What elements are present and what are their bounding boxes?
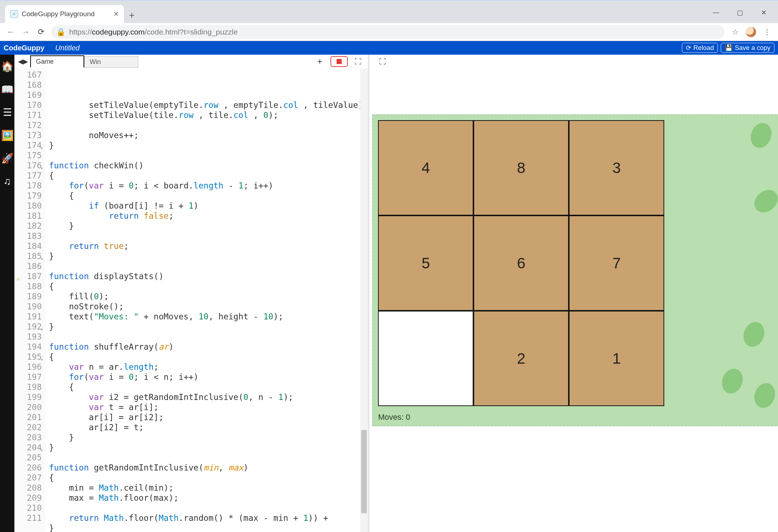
code-editor[interactable]: 167168169170171172173174▾175176▾17717817…	[14, 68, 368, 532]
stop-button[interactable]	[330, 56, 348, 67]
bookmark-star-icon[interactable]: ☆	[730, 28, 741, 36]
editor-tabs-row: ◀ ▶ GameWin + ⛶	[14, 55, 368, 68]
puzzle-board: 48356721	[378, 120, 664, 406]
window-controls: — ▢ ✕	[710, 9, 778, 23]
preview-pane: ⛶ 48356721 Moves: 0	[369, 55, 778, 532]
reload-icon: ⟳	[686, 44, 691, 52]
browser-tab-strip: G CodeGuppy Playground ✕ + — ▢ ✕	[0, 0, 778, 23]
tab-nav-arrows: ◀ ▶	[16, 55, 30, 68]
tab-title: CodeGuppy Playground	[22, 10, 95, 18]
puzzle-tile-1[interactable]: 1	[569, 311, 664, 406]
preview-body: 48356721 Moves: 0	[369, 68, 778, 532]
home-icon[interactable]: 🏠	[0, 59, 14, 73]
editor-tab-game[interactable]: Game	[30, 55, 84, 68]
sidebar: 🏠 📖 ☰ 🖼️ 🚀 ♫	[0, 55, 14, 532]
workspace: ◀ ▶ GameWin + ⛶ 167168169170171172173174…	[14, 55, 778, 532]
preview-fullscreen-icon[interactable]: ⛶	[378, 57, 387, 66]
browser-menu-icon[interactable]: ⋮	[761, 28, 772, 36]
stop-icon	[337, 59, 342, 64]
puzzle-tile-6[interactable]: 6	[473, 215, 569, 311]
save-icon: 💾	[725, 44, 733, 52]
favicon-icon: G	[10, 10, 18, 18]
brand-label: CodeGuppy	[4, 44, 44, 52]
book-icon[interactable]: 📖	[0, 82, 14, 96]
url-path: /code.html?t=sliding_puzzle	[145, 28, 238, 36]
menu-icon[interactable]: ☰	[0, 105, 14, 119]
image-icon[interactable]: 🖼️	[0, 128, 14, 142]
main-area: 🏠 📖 ☰ 🖼️ 🚀 ♫ ◀ ▶ GameWin + ⛶ 1671681	[0, 55, 778, 532]
puzzle-tile-4[interactable]: 4	[378, 120, 473, 215]
puzzle-tile-empty[interactable]	[378, 311, 473, 406]
lock-icon: 🔒	[56, 28, 66, 36]
url-host: codeguppy.com	[92, 28, 145, 36]
puzzle-tile-2[interactable]: 2	[473, 311, 569, 406]
nav-back-button[interactable]: ←	[6, 27, 16, 37]
save-copy-button[interactable]: 💾 Save a copy	[721, 43, 774, 53]
close-tab-icon[interactable]: ✕	[113, 10, 119, 18]
nav-reload-button[interactable]: ⟳	[36, 27, 46, 37]
editor-scrollbar[interactable]	[360, 68, 368, 532]
puzzle-tile-3[interactable]: 3	[569, 120, 664, 215]
browser-tab[interactable]: G CodeGuppy Playground ✕	[5, 5, 124, 23]
add-scene-button[interactable]: +	[314, 55, 325, 68]
code-content: ▲ setTileValue(emptyTile.row , emptyTile…	[45, 68, 368, 532]
document-title: Untitled	[55, 44, 80, 52]
reload-label: Reload	[693, 44, 714, 52]
editor-scroll-thumb[interactable]	[361, 430, 367, 513]
editor-pane: ◀ ▶ GameWin + ⛶ 167168169170171172173174…	[14, 55, 369, 532]
window-maximize-button[interactable]: ▢	[734, 9, 746, 17]
nav-forward-button[interactable]: →	[21, 27, 31, 37]
window-minimize-button[interactable]: —	[710, 9, 722, 17]
rocket-icon[interactable]: 🚀	[0, 151, 14, 165]
profile-avatar[interactable]	[746, 27, 756, 37]
address-bar[interactable]: 🔒 https://codeguppy.com/code.html?t=slid…	[51, 25, 725, 39]
game-canvas[interactable]: 48356721 Moves: 0	[372, 114, 778, 426]
url-protocol: https://	[69, 28, 92, 36]
music-icon[interactable]: ♫	[0, 174, 14, 188]
tab-next-icon[interactable]: ▶	[23, 58, 28, 65]
app-header: CodeGuppy Untitled ⟳ Reload 💾 Save a cop…	[0, 41, 778, 55]
address-bar-row: ← → ⟳ 🔒 https://codeguppy.com/code.html?…	[0, 23, 778, 41]
save-copy-label: Save a copy	[735, 44, 770, 52]
puzzle-tile-7[interactable]: 7	[569, 215, 664, 311]
tab-prev-icon[interactable]: ◀	[18, 58, 23, 65]
puzzle-tile-5[interactable]: 5	[378, 215, 473, 311]
new-tab-button[interactable]: +	[124, 7, 140, 23]
moves-label: Moves: 0	[378, 413, 410, 422]
puzzle-tile-8[interactable]: 8	[473, 120, 569, 215]
reload-button[interactable]: ⟳ Reload	[682, 43, 718, 53]
line-gutter: 167168169170171172173174▾175176▾17717817…	[14, 68, 45, 532]
editor-fullscreen-icon[interactable]: ⛶	[354, 57, 363, 66]
editor-tab-win[interactable]: Win	[84, 56, 138, 68]
window-close-button[interactable]: ✕	[758, 9, 769, 17]
